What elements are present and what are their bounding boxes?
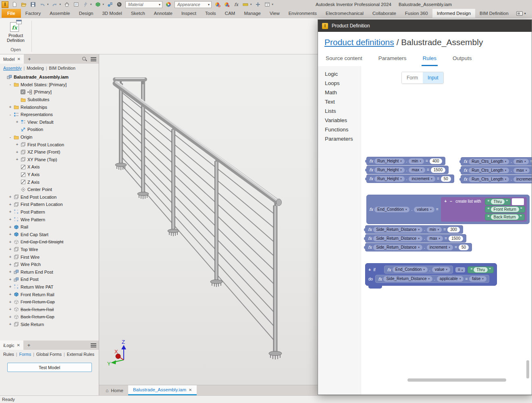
parameters-fx-icon[interactable]: fx xyxy=(233,1,239,8)
measure-icon[interactable] xyxy=(242,1,249,8)
color-wheel-icon[interactable] xyxy=(165,1,172,8)
expand-icon[interactable]: + xyxy=(8,270,12,274)
tree-item-view-default[interactable]: +View: Default xyxy=(1,118,99,126)
subtab-bim-definition[interactable]: BIM Definition xyxy=(49,66,75,71)
variable-dropdown[interactable]: Run_Ctrs_Length xyxy=(469,168,509,173)
expand-icon[interactable]: + xyxy=(8,105,12,109)
expand-icon[interactable]: + xyxy=(8,307,12,312)
material-select[interactable]: Material▾ xyxy=(125,1,162,8)
expand-icon[interactable]: + xyxy=(8,300,12,304)
ribbon-tab-environments[interactable]: Environments xyxy=(284,9,321,18)
ribbon-tab-file[interactable]: File xyxy=(2,9,21,18)
home-icon[interactable] xyxy=(64,1,70,8)
inventor-logo[interactable]: I xyxy=(2,1,8,8)
if-end-condition-block[interactable]: + if fx End_Condition . value = “ Thru xyxy=(365,263,497,286)
rules-canvas[interactable]: FormInput fxRun_Height.min=400fxRun_Heig… xyxy=(361,66,532,395)
expand-if-button[interactable]: + xyxy=(368,267,371,272)
ribbon-tab-view[interactable]: View xyxy=(265,9,284,18)
add-list-item-button[interactable]: + xyxy=(445,199,447,220)
value-input[interactable]: 300 xyxy=(447,227,460,233)
ribbon-tab-design[interactable]: Design xyxy=(75,9,98,18)
chevron-down-icon[interactable]: ▾ xyxy=(90,3,92,6)
chevron-down-icon[interactable]: ▾ xyxy=(103,3,104,6)
property-dropdown[interactable]: applicable xyxy=(437,276,464,282)
ribbon-tab-collaborate[interactable]: Collaborate xyxy=(368,9,401,18)
tree-item-first-pattern-location[interactable]: +First Pattern Location xyxy=(1,201,99,208)
property-dropdown[interactable]: min xyxy=(409,158,424,164)
appearance-select[interactable]: Appearance▾ xyxy=(175,1,212,8)
parameter-rule-block[interactable]: fxRun_Height.increment=50 xyxy=(366,174,454,183)
property-dropdown[interactable]: values xyxy=(414,207,434,212)
condition-block[interactable]: fx End_Condition . value xyxy=(384,266,453,274)
value-input[interactable]: 1500 xyxy=(431,167,445,173)
property-dropdown[interactable]: increment xyxy=(513,177,532,182)
panel-menu-icon[interactable] xyxy=(91,343,96,347)
parameter-rule-block[interactable]: fxSide_Return_Distance.max=1500 xyxy=(365,234,466,243)
parameter-rule-block[interactable]: fxRun_Ctrs_Length.increment= xyxy=(461,175,532,183)
expand-icon[interactable]: + xyxy=(8,322,12,326)
block-category-variables[interactable]: Variables xyxy=(318,116,361,125)
toggle-option-input[interactable]: Input xyxy=(423,72,443,83)
tree-item-model-states-primary-[interactable]: -Model States: [Primary] xyxy=(1,81,99,89)
panel-menu-icon[interactable] xyxy=(91,57,96,61)
tree-item-return-wire-pat[interactable]: +Return Wire PAT xyxy=(1,283,99,291)
tree-item-z-axis[interactable]: Z Axis xyxy=(1,178,99,186)
checkbox-checked-icon[interactable]: ✓ xyxy=(21,89,25,94)
expand-icon[interactable]: + xyxy=(8,247,12,251)
ribbon-tab-bim-definition[interactable]: BIM Definition xyxy=(475,9,513,18)
string-value[interactable]: Back Return xyxy=(491,214,519,220)
parameter-rule-block[interactable]: fxRun_Ctrs_Length.max= xyxy=(461,166,532,174)
variable-dropdown[interactable]: Run_Ctrs_Length xyxy=(469,159,509,164)
new-file-icon[interactable] xyxy=(11,1,18,8)
tree-item-balustrade-assembly-iam[interactable]: Balustrade_Assembly.iam xyxy=(1,73,99,81)
subtab-assembly[interactable]: Assembly xyxy=(3,66,22,71)
block-category-text[interactable]: Text xyxy=(318,97,361,106)
breadcrumb-link[interactable]: Product definitions xyxy=(324,37,394,47)
variable-dropdown[interactable]: Side_Return_Distance xyxy=(383,276,432,282)
parameter-rule-block[interactable]: fxRun_Height.max=1500 xyxy=(366,166,449,174)
value-input[interactable]: 50 xyxy=(459,245,469,250)
string-value[interactable]: Front Return xyxy=(491,207,519,212)
tree-item-return-end-post[interactable]: +Return End Post xyxy=(1,268,99,276)
test-model-button[interactable]: Test Model xyxy=(7,363,92,372)
tree-item-back-return-cap[interactable]: +Back Return Cap xyxy=(1,313,99,321)
ribbon-tab-cam[interactable]: CAM xyxy=(220,9,240,18)
ribbon-tab-inspect[interactable]: Inspect xyxy=(177,9,201,18)
ribbon-tab-annotate[interactable]: Annotate xyxy=(150,9,177,18)
tree-item-rail[interactable]: +Rail xyxy=(1,223,99,231)
variable-dropdown[interactable]: Side_Return_Distance xyxy=(373,227,422,233)
variable-dropdown[interactable]: Run_Height xyxy=(374,167,404,173)
property-dropdown[interactable]: max xyxy=(427,236,443,241)
expand-icon[interactable]: + xyxy=(8,217,12,222)
chevron-down-icon[interactable]: ▾ xyxy=(272,3,274,6)
collapse-icon[interactable]: - xyxy=(8,82,12,87)
ribbon-tab-informed-design[interactable]: Informed Design xyxy=(432,9,475,18)
comparison-operator-dropdown[interactable]: = xyxy=(455,267,465,272)
block-category-functions[interactable]: Functions xyxy=(318,125,361,134)
tree-item-front-return-cap[interactable]: +Front Return Cap xyxy=(1,298,99,306)
tree-item-wire-pattern[interactable]: +Wire Pattern xyxy=(1,216,99,223)
search-icon[interactable] xyxy=(82,56,87,62)
expand-icon[interactable]: + xyxy=(15,150,19,154)
ribbon-tab-fusion-360[interactable]: Fusion 360 xyxy=(401,9,432,18)
parameter-rule-block[interactable]: fxSide_Return_Distance.min=300 xyxy=(365,225,463,234)
string-value-block[interactable]: “Thru” xyxy=(485,198,511,205)
expand-icon[interactable]: + xyxy=(8,202,12,207)
parameter-rule-block[interactable]: fxRun_Ctrs_Length.min= xyxy=(461,157,532,166)
tree-item-position[interactable]: Position xyxy=(1,126,99,133)
collapse-icon[interactable]: - xyxy=(8,135,12,139)
expand-icon[interactable]: + xyxy=(15,120,19,124)
dialog-tab-source-content[interactable]: Source content xyxy=(324,55,364,66)
block-category-logic[interactable]: Logic xyxy=(318,69,361,79)
window-layout-icon[interactable] xyxy=(264,1,270,8)
open-icon[interactable] xyxy=(21,1,27,8)
subtab-modeling[interactable]: Modeling xyxy=(27,66,44,71)
tree-item-back-return-rail[interactable]: +Back Return Rail xyxy=(1,305,99,313)
ilogic-panel-tab[interactable]: iLogic ✕ xyxy=(0,341,23,350)
property-dropdown[interactable]: min xyxy=(513,159,529,164)
subtab-global-forms[interactable]: Global Forms xyxy=(36,352,62,357)
expand-icon[interactable]: + xyxy=(8,240,12,244)
expand-icon[interactable]: + xyxy=(15,157,19,162)
variable-dropdown[interactable]: End_Condition xyxy=(393,267,428,272)
ribbon-tab-electromechanical[interactable]: Electromechanical xyxy=(321,9,368,18)
